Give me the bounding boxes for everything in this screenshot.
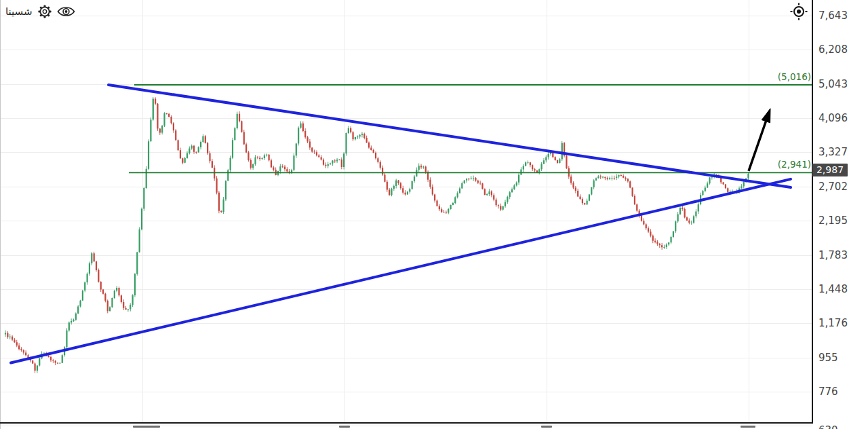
support-level-label: (2,941) — [778, 159, 811, 170]
left-frame-border — [0, 0, 1, 429]
price-tick-label: 1,448 — [818, 283, 848, 295]
gridlines — [0, 0, 812, 426]
time-axis-border — [0, 422, 868, 424]
price-tick-label: 2,195 — [818, 214, 848, 227]
resistance-level-label: (5,016) — [778, 71, 811, 82]
price-tick-label: 776 — [818, 386, 838, 398]
price-tick-label: 3,327 — [818, 146, 848, 158]
price-tick-label: 955 — [818, 352, 838, 364]
chart-legend: شسينا — [5, 3, 75, 20]
clipped-date-label — [741, 426, 755, 428]
chart-window: شسينا — [0, 0, 868, 429]
price-tick-label: 4,096 — [818, 112, 848, 124]
clipped-date-label — [541, 426, 552, 428]
price-tick-label: 1,783 — [818, 249, 848, 261]
gear-icon[interactable] — [37, 3, 52, 20]
clipped-date-label — [133, 426, 160, 428]
breakout-arrow[interactable] — [749, 109, 770, 171]
clipped-date-label — [339, 426, 350, 428]
price-axis[interactable]: 7,6436,2085,0434,0963,3272,7022,1951,783… — [813, 0, 868, 429]
price-tick-label: 5,043 — [818, 78, 848, 90]
target-crosshair-icon[interactable] — [789, 1, 809, 24]
symbol-title: شسينا — [5, 3, 33, 20]
candlestick-series — [5, 97, 749, 373]
price-tick-label: 7,643 — [818, 10, 848, 22]
last-price-badge: 2,987 — [812, 164, 848, 176]
price-tick-label: 2,702 — [818, 181, 848, 193]
trendline-lower-ascending[interactable] — [11, 179, 791, 363]
price-tick-label: 1,176 — [818, 317, 848, 329]
clipped-bottom-tick: 630 — [818, 424, 838, 429]
plot-area[interactable] — [0, 0, 812, 429]
eye-icon[interactable] — [57, 3, 75, 20]
price-tick-label: 6,208 — [818, 43, 848, 56]
